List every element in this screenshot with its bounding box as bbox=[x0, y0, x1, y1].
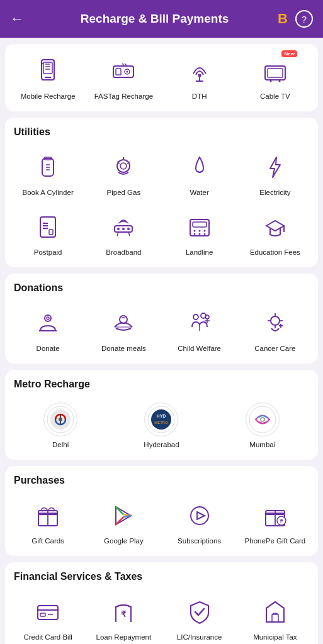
delhi-metro-icon bbox=[43, 402, 77, 436]
item-broadband[interactable]: Broadband bbox=[87, 206, 160, 261]
item-mobile-recharge[interactable]: Mobile Recharge bbox=[11, 50, 84, 105]
item-googleplay-label: Google Play bbox=[104, 536, 144, 546]
item-phonepegift[interactable]: ₱ PhonePe Gift Card bbox=[239, 495, 312, 550]
svg-point-39 bbox=[198, 230, 200, 231]
item-fastag[interactable]: FASTag Recharge bbox=[87, 50, 160, 105]
financial-grid: Credit Card Bill ₹ Loan Repayment LIC/In… bbox=[11, 591, 312, 644]
item-giftcards[interactable]: Gift Cards bbox=[11, 495, 84, 550]
item-donate-label: Donate bbox=[37, 344, 60, 353]
svg-point-41 bbox=[193, 233, 195, 235]
svg-point-51 bbox=[271, 316, 280, 325]
svg-point-24 bbox=[120, 163, 127, 169]
fastag-icon bbox=[106, 54, 140, 88]
item-mobile-recharge-label: Mobile Recharge bbox=[21, 92, 76, 101]
svg-point-48 bbox=[193, 314, 198, 319]
svg-rect-6 bbox=[113, 66, 133, 77]
electricity-icon bbox=[258, 150, 292, 184]
item-electricity-label: Electricity bbox=[259, 188, 290, 197]
svg-rect-74 bbox=[38, 606, 58, 619]
header: ← Recharge & Bill Payments B ? bbox=[0, 0, 323, 38]
svg-rect-7 bbox=[116, 69, 121, 75]
item-dth-label: DTH bbox=[192, 92, 207, 101]
svg-rect-37 bbox=[193, 222, 207, 227]
item-creditcard[interactable]: Credit Card Bill bbox=[11, 591, 84, 644]
phonepegift-icon: ₱ bbox=[258, 499, 292, 533]
item-cylinder-label: Book A Cylinder bbox=[23, 188, 74, 197]
item-loan-label: Loan Repayment bbox=[96, 633, 152, 642]
item-fastag-label: FASTag Recharge bbox=[94, 92, 153, 101]
item-dth[interactable]: DTH bbox=[163, 50, 236, 105]
item-giftcards-label: Gift Cards bbox=[31, 536, 64, 546]
item-cylinder[interactable]: Book A Cylinder bbox=[11, 147, 84, 201]
donations-grid: Donate Donate meals bbox=[11, 303, 312, 357]
item-electricity[interactable]: Electricity bbox=[239, 147, 312, 201]
item-donatemeal-label: Donate meals bbox=[101, 344, 146, 353]
financial-title: Financial Services & Taxes bbox=[11, 571, 312, 582]
purchases-section: Purchases Gift Cards bbox=[5, 466, 318, 556]
giftcard-icon bbox=[31, 499, 65, 533]
item-cabletv[interactable]: New Cable TV bbox=[239, 50, 312, 105]
item-childwelfare[interactable]: Child Welfare bbox=[163, 303, 236, 357]
svg-rect-76 bbox=[40, 613, 45, 616]
item-delhi-metro[interactable]: Delhi bbox=[11, 399, 110, 453]
item-loan[interactable]: ₹ Loan Repayment bbox=[87, 591, 160, 644]
back-button[interactable]: ← bbox=[10, 11, 24, 27]
subscriptions-icon bbox=[183, 499, 217, 533]
svg-point-47 bbox=[120, 316, 127, 323]
utilities-grid: Book A Cylinder Piped Gas bbox=[11, 147, 312, 261]
item-insurance[interactable]: LIC/Insurance bbox=[163, 591, 236, 644]
svg-rect-29 bbox=[49, 230, 53, 235]
item-insurance-label: LIC/Insurance bbox=[177, 633, 222, 642]
item-cabletv-label: Cable TV bbox=[260, 92, 290, 101]
svg-point-42 bbox=[198, 233, 200, 235]
donatemeal-icon bbox=[106, 306, 140, 340]
svg-point-16 bbox=[278, 80, 280, 82]
dth-icon bbox=[183, 54, 217, 88]
pipedgas-icon bbox=[106, 150, 140, 184]
item-municipal[interactable]: Municipal Tax bbox=[239, 591, 312, 644]
svg-point-45 bbox=[45, 315, 51, 321]
item-postpaid-label: Postpaid bbox=[34, 248, 62, 257]
item-cancercare[interactable]: Cancer Care bbox=[239, 303, 312, 357]
postpaid-icon bbox=[31, 210, 65, 244]
item-donatemeal[interactable]: Donate meals bbox=[87, 303, 160, 357]
top-row-section: Mobile Recharge FASTag Recharge bbox=[5, 44, 318, 111]
item-education[interactable]: Education Fees bbox=[239, 206, 312, 261]
svg-point-62 bbox=[249, 406, 276, 433]
svg-text:METRO: METRO bbox=[155, 421, 169, 425]
item-delhi-label: Delhi bbox=[52, 440, 69, 450]
item-hyderabad-metro[interactable]: HYD METRO Hyderabad bbox=[112, 399, 210, 453]
item-mumbai-metro[interactable]: Mumbai bbox=[213, 399, 312, 453]
item-childwelfare-label: Child Welfare bbox=[178, 344, 221, 353]
item-donate[interactable]: Donate bbox=[11, 303, 84, 357]
utilities-section: Utilities Book A Cylinder bbox=[5, 118, 318, 267]
svg-point-46 bbox=[47, 317, 49, 319]
item-postpaid[interactable]: Postpaid bbox=[11, 206, 84, 261]
top-row-grid: Mobile Recharge FASTag Recharge bbox=[11, 50, 312, 105]
purchases-title: Purchases bbox=[11, 475, 312, 486]
purchases-grid: Gift Cards Google Play Su bbox=[11, 495, 312, 550]
item-subscriptions-label: Subscriptions bbox=[178, 536, 221, 546]
b-icon[interactable]: B bbox=[278, 11, 288, 27]
svg-rect-14 bbox=[268, 69, 283, 77]
svg-text:₹: ₹ bbox=[121, 609, 127, 619]
item-subscriptions[interactable]: Subscriptions bbox=[163, 495, 236, 550]
svg-marker-68 bbox=[197, 512, 205, 519]
item-pipedgas[interactable]: Piped Gas bbox=[87, 147, 160, 201]
insurance-icon bbox=[183, 595, 217, 629]
help-button[interactable]: ? bbox=[295, 10, 313, 28]
broadband-icon bbox=[106, 210, 140, 244]
creditcard-icon bbox=[31, 595, 65, 629]
cancercare-icon bbox=[258, 306, 292, 340]
item-pipedgas-label: Piped Gas bbox=[107, 188, 141, 197]
item-water-label: Water bbox=[190, 188, 209, 197]
item-creditcard-label: Credit Card Bill bbox=[23, 633, 72, 642]
item-landline[interactable]: Landline bbox=[163, 206, 236, 261]
metro-section: Metro Recharge Delhi HYD bbox=[5, 370, 318, 460]
hyderabad-metro-icon: HYD METRO bbox=[144, 402, 178, 436]
utilities-title: Utilities bbox=[11, 126, 312, 138]
svg-point-33 bbox=[127, 228, 130, 230]
item-water[interactable]: Water bbox=[163, 147, 236, 201]
item-cancercare-label: Cancer Care bbox=[254, 344, 295, 353]
item-googleplay[interactable]: Google Play bbox=[87, 495, 160, 550]
